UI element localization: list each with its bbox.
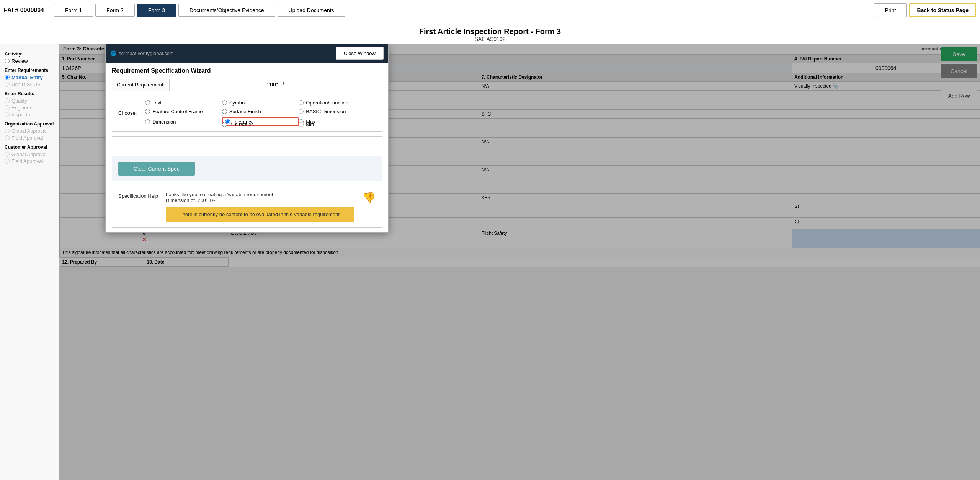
content-area: Form 3: Characteristic Accountability, V…	[59, 44, 980, 480]
activity-label: Activity:	[5, 51, 54, 57]
modal-title: Requirement Specification Wizard	[112, 67, 382, 74]
upload-button[interactable]: Upload Documents	[278, 4, 345, 17]
sidebar-manual-entry[interactable]: Manual Entry	[5, 75, 54, 80]
quality-radio	[5, 98, 10, 103]
customer-field-label: Field Approval	[11, 158, 43, 164]
spec-help-content: Looks like you're creating a Variable re…	[166, 192, 354, 222]
field-approval-radio	[5, 135, 10, 140]
documents-button[interactable]: Documents/Objective Evidence	[178, 4, 275, 17]
current-requirement-value: .200" +/-	[170, 78, 382, 91]
engineer-radio	[5, 105, 10, 110]
option-num-places[interactable]: # of Places	[222, 122, 299, 127]
enter-requirements-label: Enter Requirements	[5, 68, 54, 73]
surface-finish-radio[interactable]	[222, 109, 227, 114]
manual-entry-radio[interactable]	[5, 75, 10, 80]
option-fcf[interactable]: Feature Control Frame	[145, 109, 222, 114]
inspector-radio	[5, 112, 10, 117]
option-min[interactable]: Min	[299, 122, 376, 127]
sidebar-use-discus[interactable]: Use DISCUS	[5, 81, 54, 87]
spec-input-row	[112, 136, 382, 151]
symbol-radio[interactable]	[222, 100, 227, 105]
num-places-radio[interactable]	[222, 122, 227, 127]
modal-site-label: scrmuat.verifyglobal.com	[119, 50, 174, 56]
form2-button[interactable]: Form 2	[95, 4, 134, 17]
option-text[interactable]: Text	[145, 100, 222, 106]
page-subtitle: SAE AS9102	[0, 36, 980, 42]
review-radio[interactable]	[5, 59, 10, 63]
back-to-status-button[interactable]: Back to Status Page	[909, 3, 976, 17]
manual-entry-label: Manual Entry	[11, 75, 43, 80]
sidebar-inspector[interactable]: Inspector	[5, 112, 54, 117]
sidebar-review[interactable]: Review	[5, 58, 54, 64]
close-window-button[interactable]: Close Window	[336, 47, 384, 60]
customer-global-radio	[5, 152, 10, 157]
page-title: First Article Inspection Report - Form 3	[0, 27, 980, 36]
basic-dimension-radio[interactable]	[299, 109, 304, 114]
spec-help-inner: Specification Help Looks like you're cre…	[118, 192, 376, 222]
field-approval-label: Field Approval	[11, 135, 43, 141]
spec-input[interactable]	[112, 136, 382, 151]
current-requirement-row: Current Requirement: .200" +/-	[112, 78, 382, 91]
sidebar-engineer[interactable]: Engineer	[5, 105, 54, 111]
modal-body: Requirement Specification Wizard Current…	[106, 63, 388, 232]
fai-number: FAI # 0000064	[4, 7, 44, 14]
quality-label: Quality	[11, 98, 27, 104]
option-surface-finish[interactable]: Surface Finish	[222, 109, 299, 114]
sidebar-quality[interactable]: Quality	[5, 98, 54, 104]
form3-button[interactable]: Form 3	[137, 4, 176, 17]
current-requirement-label: Current Requirement:	[112, 79, 170, 91]
thumbs-down-icon[interactable]: 👎	[362, 192, 376, 204]
text-radio[interactable]	[145, 100, 150, 105]
sidebar-field-approval[interactable]: Field Approval	[5, 135, 54, 141]
main-layout: Activity: Review Enter Requirements Manu…	[0, 44, 980, 480]
option-operation[interactable]: Operation/Function	[299, 100, 376, 106]
clear-spec-button[interactable]: Clear Current Spec	[118, 162, 195, 176]
sidebar-customer-global[interactable]: Global Approval	[5, 151, 54, 157]
min-radio[interactable]	[299, 122, 304, 127]
spec-help-label: Specification Help	[118, 192, 158, 199]
customer-approval-label: Customer Approval	[5, 145, 54, 150]
option-symbol[interactable]: Symbol	[222, 100, 299, 106]
modal-top-bar: 🌐 scrmuat.verifyglobal.com Close Window	[106, 44, 388, 63]
option-basic-dimension[interactable]: BASIC Dimension	[299, 109, 376, 114]
inspector-label: Inspector	[11, 112, 32, 117]
modal-site-info: 🌐 scrmuat.verifyglobal.com	[110, 50, 174, 56]
requirement-wizard-modal: 🌐 scrmuat.verifyglobal.com Close Window …	[105, 44, 389, 233]
use-discus-label: Use DISCUS	[11, 81, 41, 87]
print-button[interactable]: Print	[874, 3, 907, 17]
fcf-radio[interactable]	[145, 109, 150, 114]
sidebar-global-approval[interactable]: Global Approval	[5, 128, 54, 134]
spec-help-text: Looks like you're creating a Variable re…	[166, 192, 354, 203]
globe-icon: 🌐	[110, 50, 116, 56]
operation-radio[interactable]	[299, 100, 304, 105]
use-discus-radio	[5, 82, 10, 87]
action-row: Clear Current Spec	[112, 156, 382, 181]
enter-results-label: Enter Results	[5, 91, 54, 96]
sidebar: Activity: Review Enter Requirements Manu…	[0, 44, 59, 480]
org-approval-label: Organization Approval	[5, 121, 54, 127]
page-title-area: First Article Inspection Report - Form 3…	[0, 21, 980, 44]
customer-field-radio	[5, 159, 10, 164]
spec-help-section: Specification Help Looks like you're cre…	[112, 186, 382, 228]
spec-help-warning: There is currently no content to be eval…	[166, 207, 354, 222]
engineer-label: Engineer	[11, 105, 31, 111]
customer-global-label: Global Approval	[11, 151, 47, 157]
global-approval-radio	[5, 129, 10, 133]
sidebar-customer-field[interactable]: Field Approval	[5, 158, 54, 164]
choose-section: Choose: Text Symbol Operation/Function	[112, 96, 382, 132]
form1-button[interactable]: Form 1	[54, 4, 93, 17]
choose-label: Choose:	[118, 110, 145, 116]
global-approval-label: Global Approval	[11, 128, 47, 134]
top-navigation: FAI # 0000064 Form 1 Form 2 Form 3 Docum…	[0, 0, 980, 21]
review-label: Review	[11, 58, 28, 64]
